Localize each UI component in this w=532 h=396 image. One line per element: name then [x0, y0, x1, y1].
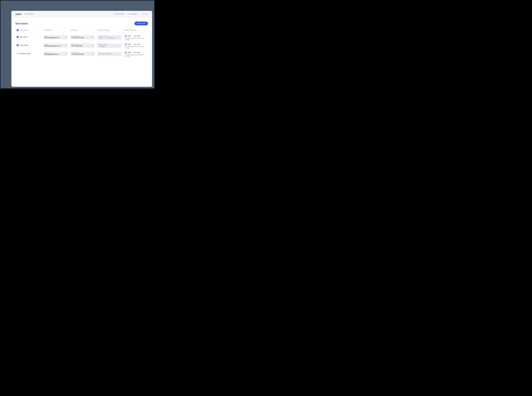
phone-field-value: +1 (441) 195-1259 — [71, 37, 93, 39]
phone-field-label: Phone Number — [71, 52, 93, 53]
phone-field-value: Don't Send SMS — [71, 45, 93, 47]
borrower-checkbox[interactable] — [17, 36, 18, 38]
edit-link[interactable]: Edit — [127, 56, 129, 57]
close-button[interactable]: Close — [140, 11, 150, 17]
email-field-label: Email — [45, 52, 67, 53]
radio-indicator — [134, 43, 136, 45]
bell-icon — [129, 13, 130, 15]
edit-link[interactable]: Edit — [127, 39, 129, 41]
chevron-down-icon — [65, 53, 67, 55]
email-field-value: linda.jones@yahoo.com — [45, 45, 67, 47]
topbar: argyle IMTL240902929 Refresh Page Notifi… — [11, 11, 152, 17]
notifications-button[interactable]: Notifications — [126, 11, 140, 17]
radio-indicator — [134, 35, 136, 37]
employer-field[interactable]: Employer (optional) — [97, 52, 121, 56]
documents-cell: VOIEVOELast 30d paystubs & last two W-2s… — [124, 35, 148, 41]
borrower-checkbox[interactable] — [17, 53, 18, 54]
chevron-down-icon — [65, 36, 67, 38]
borrower-checkbox[interactable] — [17, 44, 18, 46]
phone-field[interactable]: Phone NumberDon't Send SMS — [70, 43, 95, 47]
submit-order-button[interactable]: Submit Order — [135, 22, 148, 25]
brand-logo: argyle — [15, 13, 22, 15]
phone-field-label: Phone Number — [71, 36, 93, 37]
edit-link[interactable]: Edit — [127, 47, 129, 49]
email-field-label: Email — [45, 44, 67, 45]
voe-radio[interactable]: VOE — [134, 35, 140, 37]
voe-radio-label: VOE — [137, 52, 140, 53]
phone-field[interactable]: Phone Number+1 (441) 128-3098 — [70, 52, 95, 56]
chevron-down-icon — [92, 44, 93, 46]
employer-field-label: Employer (optional) — [98, 36, 120, 37]
remove-chip-icon[interactable] — [104, 37, 105, 39]
column-send-email: Send Email To — [43, 29, 70, 31]
email-field[interactable]: Emaildj912300@mail.com — [43, 52, 68, 56]
employer-chip: Munch — [98, 37, 106, 39]
voie-radio-label: VOIE — [128, 52, 131, 53]
voe-radio-label: VOE — [137, 43, 140, 45]
phone-field[interactable]: Phone Number+1 (441) 195-1259 — [70, 35, 95, 39]
voe-radio[interactable]: VOE — [134, 43, 140, 45]
email-field-label: Email — [45, 36, 67, 37]
refresh-button[interactable]: Refresh Page — [112, 11, 126, 17]
table-row: Linda JonesEmaillinda.jones@yahoo.comPho… — [15, 41, 148, 49]
refresh-icon — [114, 13, 116, 15]
borrower-name: Dominic Jones — [20, 53, 30, 54]
table-header: Select Borrower Send Email To Send SMS T… — [15, 29, 148, 32]
documents-cell: VOIEVOELast 30d paystubs & last two W-2s… — [124, 43, 148, 49]
remove-chip-icon[interactable] — [115, 37, 116, 39]
chevron-down-icon — [92, 36, 93, 38]
radio-indicator — [125, 35, 127, 37]
main-panel: argyle IMTL240902929 Refresh Page Notifi… — [11, 11, 152, 87]
chevron-down-icon — [119, 53, 120, 55]
employer-chip: FoodRunner — [106, 37, 117, 39]
chevron-down-icon — [119, 36, 120, 38]
chevron-down-icon — [65, 44, 67, 46]
radio-indicator — [134, 52, 136, 53]
voie-radio-label: VOIE — [128, 35, 131, 37]
voie-radio-label: VOIE — [128, 43, 131, 45]
documents-description: Last 30d paystubs & last two W-2sEdit — [125, 38, 148, 41]
close-icon — [142, 13, 144, 15]
employer-field[interactable]: Employer (optional)MunchFoodRunner — [97, 35, 121, 40]
employer-field[interactable]: Employer (optional)RainyDay — [97, 43, 121, 48]
employer-chip-label: Munch — [99, 37, 103, 39]
column-requested-employers: Requested Employers — [97, 29, 124, 31]
employer-field-label: Employer (optional) — [98, 44, 120, 45]
email-field[interactable]: Emailbob.jones@gmail.com — [43, 35, 68, 39]
documents-description: Last 30d paystubs & last two W-2sEdit — [125, 46, 148, 49]
employer-chip-label: RainyDay — [99, 46, 105, 47]
phone-field-label: Phone Number — [71, 44, 93, 45]
phone-field-value: +1 (441) 128-3098 — [71, 53, 93, 55]
email-field[interactable]: Emaillinda.jones@yahoo.com — [43, 43, 68, 47]
employer-placeholder: Employer (optional) — [98, 53, 120, 55]
voe-radio[interactable]: VOE — [134, 52, 140, 53]
notifications-label: Notifications — [131, 13, 138, 15]
voie-radio[interactable]: VOIE — [125, 35, 131, 37]
table-row: Bob JonesEmailbob.jones@gmail.comPhone N… — [15, 32, 148, 41]
column-select-borrower: Select Borrower — [20, 29, 29, 31]
employer-chip: RainyDay — [98, 45, 107, 47]
voie-radio[interactable]: VOIE — [125, 43, 131, 45]
order-id: IMTL240902929 — [25, 13, 34, 15]
borrower-name: Bob Jones — [20, 36, 27, 38]
refresh-label: Refresh Page — [116, 13, 124, 15]
email-field-value: bob.jones@gmail.com — [45, 37, 67, 39]
radio-indicator — [125, 52, 127, 53]
page-title: Borrowers — [15, 22, 28, 25]
documents-description: Last 60d paystubs & last two W-2sEdit — [125, 54, 148, 57]
column-send-sms: Send SMS To — [70, 29, 97, 31]
email-field-value: dj912300@mail.com — [45, 53, 67, 55]
radio-indicator — [125, 43, 127, 45]
chevron-down-icon — [92, 53, 93, 55]
select-all-checkbox[interactable] — [17, 29, 18, 31]
help-icon[interactable]: ? — [151, 85, 153, 87]
employer-chip-label: FoodRunner — [107, 37, 114, 39]
voie-radio[interactable]: VOIE — [125, 52, 131, 53]
borrower-name: Linda Jones — [20, 44, 28, 46]
close-label: Close — [144, 13, 148, 15]
column-requested-documents: Requested Documents — [124, 29, 148, 31]
remove-chip-icon[interactable] — [105, 46, 106, 47]
voe-radio-label: VOE — [137, 35, 140, 37]
table-row: Dominic JonesEmaildj912300@mail.comPhone… — [15, 49, 148, 57]
chevron-down-icon — [119, 45, 120, 47]
